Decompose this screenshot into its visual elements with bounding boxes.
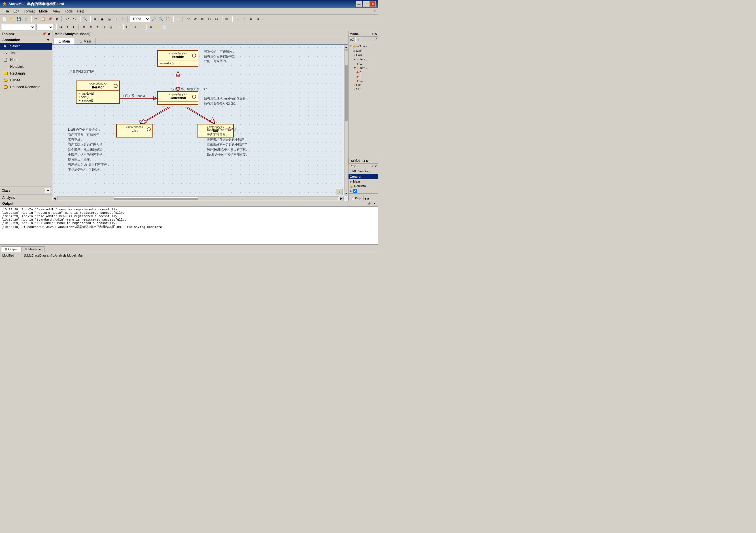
vscroll-track[interactable] bbox=[344, 50, 348, 191]
close-button[interactable]: ✕ bbox=[369, 1, 376, 7]
vscroll-thumb[interactable] bbox=[345, 65, 348, 121]
tree-iterable[interactable]: ▼ ● Itera... bbox=[349, 57, 377, 62]
tree-iterator-interface[interactable]: ▼ ● Itera... bbox=[349, 66, 377, 70]
sort-alpha-btn[interactable]: AZ bbox=[349, 37, 355, 42]
diagram-tab-main1[interactable]: 🗂 Main bbox=[54, 38, 75, 44]
toolbox-pin-icon[interactable]: 📌 bbox=[42, 32, 46, 36]
tree-hasnext[interactable]: ◆ h... bbox=[349, 70, 377, 74]
tb5[interactable]: ⊟ bbox=[120, 15, 127, 22]
tb9[interactable]: ⊖ bbox=[206, 15, 213, 22]
diagram-hscrollbar[interactable]: ◀ ▶ bbox=[52, 196, 344, 201]
underline-button[interactable]: U bbox=[71, 24, 78, 31]
cut-button[interactable]: ✂ bbox=[33, 15, 40, 22]
tool-text[interactable]: A Text bbox=[0, 50, 52, 56]
mod-tab[interactable]: 🗂 Mod bbox=[349, 158, 363, 163]
prop-checkbox[interactable] bbox=[353, 189, 357, 193]
model-tree[interactable]: ▼ ◆ <<Analy... 🗂 Main ● Colle... ▼ ● Ite… bbox=[349, 43, 378, 155]
new-button[interactable]: 📄 bbox=[1, 15, 8, 22]
prop-close-icon[interactable]: ✕ bbox=[375, 165, 377, 168]
maximize-button[interactable]: □ bbox=[363, 1, 369, 7]
tool-notelink[interactable]: ⋯ NoteLink bbox=[0, 63, 52, 70]
menu-model[interactable]: Model bbox=[37, 9, 51, 14]
zoom-select[interactable]: 100% 50% 75% 125% 150% bbox=[130, 16, 150, 22]
font-size-select[interactable] bbox=[36, 24, 53, 30]
grid-button[interactable]: ⊞ bbox=[223, 15, 230, 22]
prop-tab-nav-left[interactable]: ◀ bbox=[364, 196, 367, 201]
toolbox-scroll[interactable]: Annotation ▼ Select A Text bbox=[0, 37, 52, 186]
hscroll-track[interactable] bbox=[58, 197, 338, 200]
diagram-canvas[interactable]: <<interface>> Iterable +iterator() <<int… bbox=[52, 45, 348, 201]
layout-button[interactable]: ⊞ bbox=[175, 15, 181, 22]
class-dropdown[interactable]: ▼ bbox=[45, 188, 50, 193]
copy-button[interactable]: 📋 bbox=[40, 15, 46, 22]
redo-button[interactable]: ↪ bbox=[71, 15, 78, 22]
tb8[interactable]: ⊕ bbox=[199, 15, 206, 22]
tb12[interactable]: ↕ bbox=[241, 15, 247, 22]
align-top[interactable]: ⊤ bbox=[101, 24, 108, 31]
minimize-button[interactable]: — bbox=[356, 1, 362, 7]
hscroll-thumb[interactable] bbox=[114, 197, 198, 200]
vscroll-up-btn[interactable]: ▲ bbox=[344, 45, 349, 50]
open-button[interactable]: 📂 bbox=[8, 15, 15, 22]
output-pin-icon[interactable]: 📌 bbox=[367, 202, 371, 206]
output-tab-message[interactable]: ✉ Message bbox=[21, 246, 45, 252]
uml-list[interactable]: <<interface>> List bbox=[116, 124, 153, 137]
tb10[interactable]: ⊗ bbox=[213, 15, 220, 22]
tb14[interactable]: ⇕ bbox=[255, 15, 261, 22]
tool-ellipse[interactable]: Ellipse bbox=[0, 77, 52, 84]
prop-tab-nav-right[interactable]: ▶ bbox=[367, 196, 370, 201]
align-center[interactable]: ≡ bbox=[87, 24, 94, 31]
zoom-in[interactable]: 🔎 bbox=[150, 15, 157, 22]
color-btn1[interactable]: ■ bbox=[147, 24, 154, 31]
tree-analysis[interactable]: ▼ ◆ <<Analy... bbox=[349, 44, 377, 49]
model-tab-nav-left[interactable]: ◀ bbox=[363, 159, 366, 163]
tool-select[interactable]: Select bbox=[0, 43, 52, 50]
zoom-out[interactable]: 🔍 bbox=[157, 15, 164, 22]
align-bottom[interactable]: ⊥ bbox=[115, 24, 121, 31]
font-family-select[interactable] bbox=[1, 24, 35, 30]
align-right[interactable]: ≡ bbox=[94, 24, 101, 31]
output-tab-output[interactable]: ⊞ Output bbox=[1, 246, 21, 252]
route-btn3[interactable]: ⊤ bbox=[138, 24, 145, 31]
model-tab-nav-right[interactable]: ▶ bbox=[366, 159, 369, 163]
tb13[interactable]: ⇔ bbox=[248, 15, 255, 22]
tree-list[interactable]: ● List bbox=[349, 83, 377, 87]
tb4[interactable]: ⊞ bbox=[113, 15, 120, 22]
undo-button[interactable]: ↩ bbox=[64, 15, 71, 22]
italic-button[interactable]: I bbox=[64, 24, 71, 31]
zoom-fit[interactable]: ⛶ bbox=[164, 15, 171, 22]
delete-button[interactable]: 🗑 bbox=[54, 15, 61, 22]
tree-set[interactable]: ● Set bbox=[349, 87, 377, 91]
tool-rectangle[interactable]: Rectangle bbox=[0, 70, 52, 77]
print-button[interactable]: 🖨 bbox=[22, 15, 29, 22]
route-btn1[interactable]: ⊢ bbox=[124, 24, 131, 31]
tree-remove[interactable]: ◆ r... bbox=[349, 78, 377, 83]
tb11[interactable]: ↔ bbox=[233, 15, 240, 22]
tree-main[interactable]: 🗂 Main bbox=[349, 49, 377, 53]
tb6[interactable]: ⟲ bbox=[185, 15, 192, 22]
find-button[interactable]: 🔍 bbox=[81, 15, 88, 22]
prop-pin-icon[interactable]: □ bbox=[372, 165, 374, 168]
add-element-button[interactable]: + bbox=[336, 188, 342, 195]
toolbox-close-icon[interactable]: ✕ bbox=[48, 32, 50, 36]
model-close-icon[interactable]: ✕ bbox=[375, 32, 377, 36]
diagram-vscrollbar[interactable]: ▲ ▼ bbox=[344, 45, 348, 196]
annotation-section-header[interactable]: Annotation ▼ bbox=[0, 37, 52, 43]
linecolor-btn[interactable]: ⬜ bbox=[161, 24, 168, 31]
prop-tab[interactable]: 📋 Prop bbox=[349, 196, 364, 201]
vscroll-down-btn[interactable]: ▼ bbox=[344, 192, 349, 196]
tool-note[interactable]: Note bbox=[0, 56, 52, 63]
uml-iterable[interactable]: <<interface>> Iterable +iterator() bbox=[157, 50, 198, 67]
tb2[interactable]: ◉ bbox=[98, 15, 105, 22]
tool-rounded-rect[interactable]: Rounded Rectangle bbox=[0, 84, 52, 91]
save-button[interactable]: 💾 bbox=[15, 15, 22, 22]
output-close-icon[interactable]: ✕ bbox=[373, 202, 376, 206]
tree-collection[interactable]: ● Colle... bbox=[349, 53, 377, 57]
output-log[interactable]: [10:39:29] Add-In "Java AddIn" menu is r… bbox=[0, 207, 378, 244]
tree-next[interactable]: ◆ n... bbox=[349, 74, 377, 78]
align-left[interactable]: ≡ bbox=[80, 24, 87, 31]
tb1[interactable]: ◈ bbox=[92, 15, 98, 22]
menu-view[interactable]: View bbox=[51, 9, 63, 14]
tb3[interactable]: ◎ bbox=[106, 15, 113, 22]
route-btn2[interactable]: ⊣ bbox=[131, 24, 138, 31]
